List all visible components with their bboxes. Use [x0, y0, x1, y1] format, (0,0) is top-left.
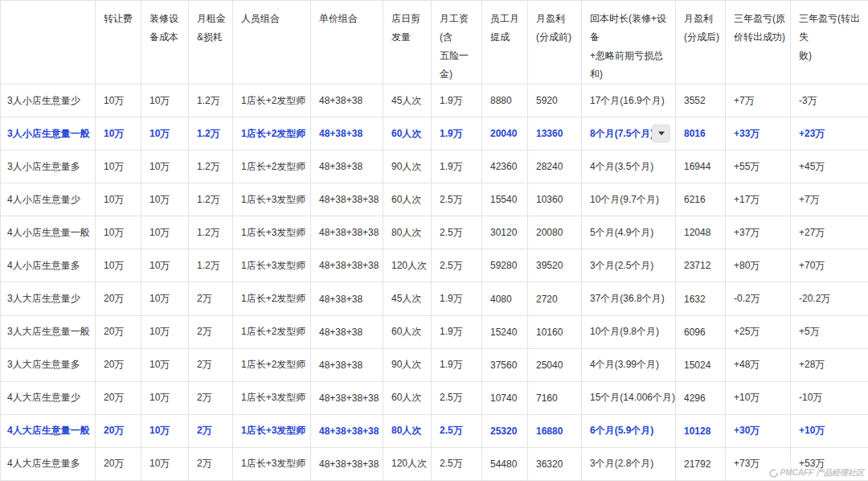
table-cell[interactable]: +73万 — [726, 447, 791, 480]
table-cell[interactable]: 10360 — [528, 183, 582, 216]
column-header[interactable]: 月盈利 (分成前) — [528, 1, 582, 84]
table-cell[interactable]: 1632 — [676, 282, 726, 315]
table-cell[interactable]: 48+38+38 — [311, 117, 383, 150]
table-cell[interactable]: 10万 — [96, 84, 141, 117]
table-cell[interactable]: 48+38+38+38 — [311, 249, 383, 282]
table-cell[interactable]: 8880 — [482, 84, 528, 117]
table-cell[interactable]: +70万 — [791, 249, 868, 282]
table-cell[interactable]: 8016 — [676, 117, 726, 150]
column-header[interactable]: 单价组合 — [311, 1, 383, 84]
table-cell[interactable]: 28240 — [528, 150, 582, 183]
table-cell[interactable]: +30万 — [726, 414, 791, 447]
table-cell[interactable]: 60人次 — [383, 315, 432, 348]
row-label[interactable]: 4人大店生意量一般 — [1, 414, 96, 447]
table-cell[interactable]: 48+38+38+38 — [311, 447, 383, 480]
table-cell[interactable]: 1店长+2发型师 — [233, 348, 311, 381]
cell-dropdown-button[interactable] — [652, 125, 670, 143]
table-cell[interactable]: 120人次 — [383, 447, 432, 480]
table-cell[interactable]: 10万 — [96, 249, 141, 282]
row-label[interactable]: 4人小店生意量一般 — [1, 216, 96, 249]
table-cell[interactable]: +80万 — [726, 249, 791, 282]
table-cell[interactable]: 6个月(5.9个月) — [582, 414, 676, 447]
table-cell[interactable]: 59280 — [482, 249, 528, 282]
table-cell[interactable]: 1.2万 — [189, 117, 233, 150]
table-cell[interactable]: 1店长+2发型师 — [233, 315, 311, 348]
table-cell[interactable]: 2.5万 — [432, 249, 482, 282]
table-cell[interactable]: 10万 — [141, 315, 189, 348]
table-cell[interactable]: 60人次 — [383, 183, 432, 216]
column-header[interactable]: 人员组合 — [233, 1, 311, 84]
table-cell[interactable]: 1店长+2发型师 — [233, 117, 311, 150]
table-cell[interactable]: +7万 — [791, 183, 868, 216]
table-cell[interactable]: 10万 — [96, 150, 141, 183]
table-cell[interactable]: 10万 — [141, 183, 189, 216]
table-cell[interactable]: 2.5万 — [432, 183, 482, 216]
row-label[interactable]: 4人大店生意量多 — [1, 447, 96, 480]
table-cell[interactable]: +53万 — [791, 447, 868, 480]
table-cell[interactable]: +17万 — [726, 183, 791, 216]
table-cell[interactable]: 1.9万 — [432, 315, 482, 348]
table-cell[interactable]: 37个月(36.8个月) — [582, 282, 676, 315]
row-label[interactable]: 3人小店生意量一般 — [1, 117, 96, 150]
table-cell[interactable]: 21792 — [676, 447, 726, 480]
table-cell[interactable]: +28万 — [791, 348, 868, 381]
table-cell[interactable]: 16944 — [676, 150, 726, 183]
table-cell[interactable]: 2万 — [189, 348, 233, 381]
table-cell[interactable]: 17个月(16.9个月) — [582, 84, 676, 117]
table-cell[interactable]: 54480 — [482, 447, 528, 480]
table-cell[interactable]: 2万 — [189, 381, 233, 414]
table-cell[interactable]: 20万 — [96, 348, 141, 381]
table-cell[interactable]: 45人次 — [383, 282, 432, 315]
table-cell[interactable]: 5个月(4.9个月) — [582, 216, 676, 249]
table-cell[interactable]: +45万 — [791, 150, 868, 183]
row-label[interactable]: 3人大店生意量一般 — [1, 315, 96, 348]
table-cell[interactable]: 48+38+38 — [311, 84, 383, 117]
table-cell[interactable]: 37560 — [482, 348, 528, 381]
table-cell[interactable]: 25320 — [482, 414, 528, 447]
table-cell[interactable]: 30120 — [482, 216, 528, 249]
table-cell[interactable]: 1.2万 — [189, 183, 233, 216]
table-cell[interactable]: 1店长+3发型师 — [233, 249, 311, 282]
table-cell[interactable]: 10万 — [141, 447, 189, 480]
table-cell[interactable]: 20040 — [482, 117, 528, 150]
column-header[interactable]: 三年盈亏(原 价转出成功) — [726, 1, 791, 84]
table-cell[interactable]: 15240 — [482, 315, 528, 348]
table-cell[interactable]: 7160 — [528, 381, 582, 414]
table-cell[interactable]: 23712 — [676, 249, 726, 282]
table-cell[interactable]: +33万 — [726, 117, 791, 150]
table-cell[interactable]: 1.2万 — [189, 249, 233, 282]
column-header[interactable]: 回本时长(装修+设备 +忽略前期亏损总和) — [582, 1, 676, 84]
column-header[interactable]: 月盈利 (分成后) — [676, 1, 726, 84]
table-cell[interactable]: 48+38+38+38 — [311, 216, 383, 249]
table-cell[interactable]: 80人次 — [383, 414, 432, 447]
table-cell[interactable]: 2万 — [189, 315, 233, 348]
table-cell[interactable]: 36320 — [528, 447, 582, 480]
table-cell[interactable]: 10万 — [141, 117, 189, 150]
table-cell[interactable]: 20万 — [96, 447, 141, 480]
table-cell[interactable]: 1.9万 — [432, 348, 482, 381]
row-label[interactable]: 3人小店生意量多 — [1, 150, 96, 183]
table-cell[interactable]: 12048 — [676, 216, 726, 249]
table-cell[interactable]: 48+38+38 — [311, 150, 383, 183]
table-cell[interactable]: 1店长+3发型师 — [233, 216, 311, 249]
table-cell[interactable]: 10万 — [141, 282, 189, 315]
table-cell[interactable]: 2720 — [528, 282, 582, 315]
table-cell[interactable]: 90人次 — [383, 150, 432, 183]
table-cell[interactable]: -3万 — [791, 84, 868, 117]
column-header[interactable]: 装修设 备成本 — [141, 1, 189, 84]
table-cell[interactable]: 20万 — [96, 315, 141, 348]
table-cell[interactable]: +25万 — [726, 315, 791, 348]
table-cell[interactable]: +10万 — [791, 414, 868, 447]
table-cell[interactable]: 20万 — [96, 282, 141, 315]
table-cell[interactable]: 39520 — [528, 249, 582, 282]
table-cell[interactable]: 16880 — [528, 414, 582, 447]
table-cell[interactable]: 6096 — [676, 315, 726, 348]
table-cell[interactable]: 10万 — [141, 84, 189, 117]
table-cell[interactable]: 1店长+2发型师 — [233, 150, 311, 183]
table-cell[interactable]: -0.2万 — [726, 282, 791, 315]
table-cell[interactable]: 1.2万 — [189, 84, 233, 117]
table-cell[interactable]: 1店长+3发型师 — [233, 183, 311, 216]
table-cell[interactable]: +55万 — [726, 150, 791, 183]
row-label[interactable]: 3人大店生意量少 — [1, 282, 96, 315]
column-header[interactable]: 员工月 提成 — [482, 1, 528, 84]
